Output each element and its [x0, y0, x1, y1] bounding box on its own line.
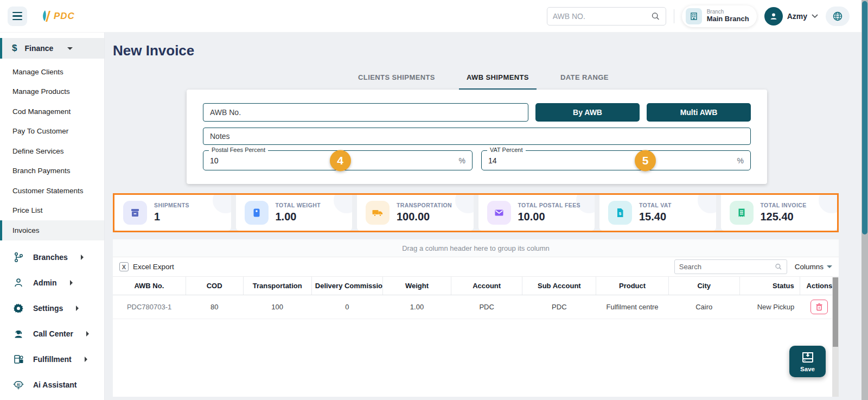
- svg-text:AI: AI: [17, 383, 21, 386]
- grid-search-input[interactable]: [679, 263, 775, 271]
- col-header-account[interactable]: Account: [451, 277, 522, 295]
- logo-text: PDC: [54, 11, 75, 22]
- call-center-headset-icon: [12, 328, 24, 339]
- sidebar-item-branches[interactable]: Branches: [0, 245, 104, 270]
- col-header-transportation[interactable]: Transportation: [243, 277, 311, 295]
- group-panel[interactable]: Drag a column header here to group its c…: [113, 239, 839, 257]
- totals-summary-row: SHIPMENTS 1 TOTAL WEIGHT 1.00: [113, 193, 839, 232]
- page-vertical-scrollbar[interactable]: [861, 0, 868, 400]
- col-header-status[interactable]: Status: [739, 277, 800, 295]
- vat-percent-field: VAT Percent % 5: [481, 150, 751, 170]
- cell-status: New Pickup: [739, 295, 800, 319]
- cell-account: PDC: [451, 295, 522, 319]
- sidebar-section-finance[interactable]: $ Finance: [0, 38, 104, 59]
- cell-sub-account: PDC: [522, 295, 596, 319]
- vat-percent-input[interactable]: [488, 156, 737, 165]
- cell-transportation: 100: [243, 295, 311, 319]
- envelope-icon: [487, 201, 511, 225]
- truck-icon: [366, 201, 390, 225]
- sidebar-item-admin[interactable]: Admin: [0, 270, 104, 296]
- awb-search-box[interactable]: [547, 7, 666, 26]
- chevron-right-icon: [76, 306, 79, 311]
- pdc-logo: PDC: [40, 9, 75, 23]
- sidebar-groups: Branches Admin Settings: [0, 245, 104, 398]
- col-header-delivery-commission[interactable]: Delivery Commission: [311, 277, 382, 295]
- invoice-tabs: CLIENTS SHIPMENTS AWB SHIPMENTS DATE RAN…: [105, 73, 861, 90]
- stat-value: 1.00: [276, 209, 321, 224]
- annotation-badge-5: 5: [635, 150, 656, 171]
- sidebar-item-cod-management[interactable]: Cod Management: [0, 101, 104, 122]
- ai-assistant-icon: AI: [12, 379, 24, 391]
- weight-icon: [245, 201, 269, 225]
- sidebar-item-settings[interactable]: Settings: [0, 296, 104, 321]
- sidebar-item-manage-clients[interactable]: Manage Clients: [0, 62, 104, 82]
- table-vertical-scrollbar[interactable]: [832, 277, 839, 397]
- hamburger-menu-icon[interactable]: [8, 7, 27, 26]
- tab-awb-shipments[interactable]: AWB SHIPMENTS: [459, 73, 537, 90]
- cell-product: Fulfilment centre: [596, 295, 668, 319]
- top-bar: PDC Branch Main Branch: [0, 0, 861, 33]
- stat-card-shipments: SHIPMENTS 1: [114, 195, 231, 231]
- finance-dollar-icon: $: [12, 43, 17, 54]
- excel-icon: X: [119, 262, 129, 271]
- shipments-box-icon: [123, 201, 147, 225]
- col-header-sub-account[interactable]: Sub Account: [522, 277, 596, 295]
- col-header-product[interactable]: Product: [596, 277, 668, 295]
- branches-icon: [12, 252, 24, 263]
- sidebar-item-define-services[interactable]: Define Services: [0, 141, 104, 161]
- chevron-right-icon: [81, 255, 84, 260]
- col-header-city[interactable]: City: [668, 277, 739, 295]
- save-button[interactable]: Save: [789, 346, 826, 377]
- grid-search-box[interactable]: [674, 259, 787, 274]
- cell-cod: 80: [186, 295, 243, 319]
- grid-toolbar: X Excel Export Columns: [113, 257, 839, 277]
- sidebar-item-manage-products[interactable]: Manage Products: [0, 82, 104, 102]
- sidebar-item-ai-assistant[interactable]: AI Ai Assistant: [0, 372, 104, 398]
- stat-value: 15.40: [639, 209, 672, 224]
- sidebar-item-price-list[interactable]: Price List: [0, 201, 104, 221]
- percent-suffix: %: [459, 156, 465, 165]
- chevron-down-icon: [812, 14, 818, 18]
- search-icon: [775, 263, 782, 271]
- stat-value: 100.00: [397, 209, 452, 224]
- branch-selector[interactable]: Branch Main Branch: [682, 5, 757, 27]
- notes-input[interactable]: [203, 128, 751, 145]
- search-icon: [651, 11, 660, 21]
- col-header-weight[interactable]: Weight: [382, 277, 451, 295]
- stat-card-transportation: TRANSPORTATION 100.00: [357, 195, 474, 231]
- sidebar-item-pay-to-customer[interactable]: Pay To Customer: [0, 122, 104, 142]
- fulfillment-boxes-icon: [12, 354, 24, 365]
- tab-clients-shipments[interactable]: CLIENTS SHIPMENTS: [350, 73, 443, 90]
- sidebar-item-customer-statements[interactable]: Customer Statements: [0, 181, 104, 201]
- stat-card-total-weight: TOTAL WEIGHT 1.00: [236, 195, 353, 231]
- invoice-receipt-icon: [730, 201, 754, 225]
- col-header-cod[interactable]: COD: [186, 277, 243, 295]
- sidebar-item-invoices[interactable]: Invoices: [0, 220, 104, 240]
- sidebar-item-fulfillment[interactable]: Fulfillment: [0, 347, 104, 372]
- by-awb-button[interactable]: By AWB: [535, 103, 640, 122]
- delete-row-button[interactable]: [810, 300, 828, 314]
- awb-no-input[interactable]: [203, 103, 528, 122]
- chevron-right-icon: [85, 357, 87, 362]
- sidebar: $ Finance Manage Clients Manage Products…: [0, 33, 105, 400]
- multi-awb-button[interactable]: Multi AWB: [647, 103, 751, 122]
- awb-search-input[interactable]: [553, 12, 651, 21]
- excel-export-button[interactable]: X Excel Export: [119, 262, 174, 271]
- stat-card-total-invoice: TOTAL INVOICE 125.40: [721, 195, 838, 231]
- col-header-awb-no[interactable]: AWB No.: [113, 277, 186, 295]
- branch-name: Main Branch: [707, 15, 749, 23]
- tab-date-range[interactable]: DATE RANGE: [553, 73, 616, 90]
- user-avatar-icon: [764, 7, 783, 26]
- chevron-right-icon: [70, 280, 73, 285]
- awb-form-card: By AWB Multi AWB Postal Fees Percent % 4…: [187, 90, 767, 184]
- language-globe-icon[interactable]: [826, 7, 850, 26]
- sidebar-item-branch-payments[interactable]: Branch Payments: [0, 161, 104, 181]
- svg-text:$: $: [619, 211, 622, 216]
- main-content: New Invoice CLIENTS SHIPMENTS AWB SHIPME…: [105, 33, 861, 400]
- user-menu[interactable]: Azmy: [764, 7, 818, 26]
- column-chooser-button[interactable]: Columns: [795, 263, 832, 271]
- annotation-badge-4: 4: [330, 150, 351, 171]
- stat-card-total-vat: $ TOTAL VAT 15.40: [599, 195, 716, 231]
- caret-down-icon: [67, 47, 73, 50]
- sidebar-item-call-center[interactable]: Call Center: [0, 321, 104, 347]
